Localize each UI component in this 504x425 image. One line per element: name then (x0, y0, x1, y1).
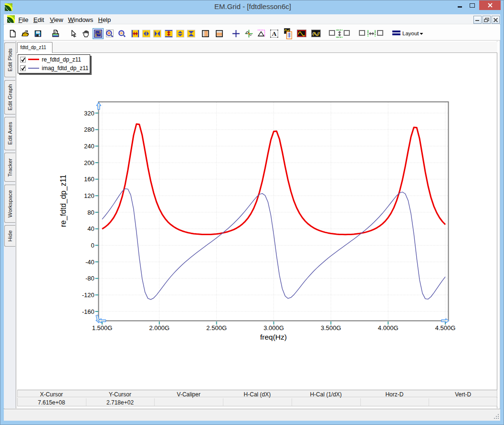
svg-text:A: A (272, 30, 276, 37)
